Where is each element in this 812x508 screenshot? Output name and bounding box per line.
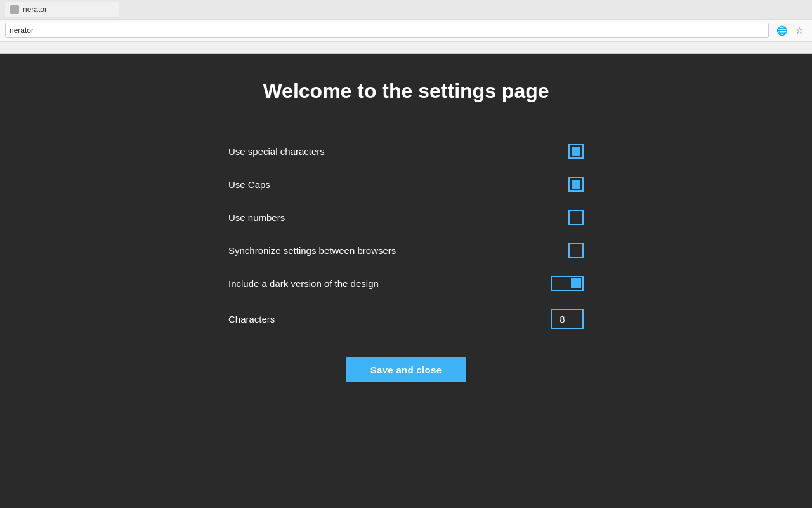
- numbers-checkbox[interactable]: [568, 210, 584, 225]
- characters-label: Characters: [228, 314, 275, 324]
- caps-checkbox[interactable]: [568, 177, 584, 192]
- translate-icon: 🌐: [776, 25, 787, 36]
- browser-address-bar: 🌐 ☆: [0, 19, 812, 42]
- browser-title-bar: nerator: [0, 0, 812, 19]
- numbers-label: Use numbers: [228, 212, 285, 223]
- toggle-thumb-dark-version: [571, 278, 581, 288]
- setting-row-caps: Use Caps: [228, 168, 584, 201]
- address-input[interactable]: [5, 23, 769, 38]
- characters-input[interactable]: [551, 309, 584, 329]
- star-icon: ☆: [796, 25, 804, 36]
- special-characters-checkbox[interactable]: [568, 144, 584, 159]
- bookmark-button[interactable]: ☆: [792, 23, 807, 38]
- dark-version-toggle[interactable]: [551, 276, 584, 291]
- browser-chrome: nerator 🌐 ☆: [0, 0, 812, 54]
- browser-action-icons: 🌐 ☆: [774, 23, 807, 38]
- tab-title: nerator: [23, 5, 47, 14]
- page-title: Welcome to the settings page: [263, 79, 549, 103]
- save-close-button[interactable]: Save and close: [346, 357, 466, 382]
- setting-row-dark-version: Include a dark version of the design: [228, 267, 584, 300]
- checkbox-inner-caps: [572, 180, 580, 189]
- setting-row-synchronize: Synchronize settings between browsers: [228, 234, 584, 267]
- settings-container: Use special characters Use Caps Use numb…: [228, 135, 584, 382]
- special-characters-label: Use special characters: [228, 146, 325, 157]
- setting-row-characters: Characters: [228, 300, 584, 338]
- checkbox-inner-special-characters: [572, 147, 580, 156]
- setting-row-special-characters: Use special characters: [228, 135, 584, 168]
- tab-icon: [10, 5, 19, 14]
- dark-version-label: Include a dark version of the design: [228, 278, 379, 289]
- translate-button[interactable]: 🌐: [774, 23, 789, 38]
- caps-label: Use Caps: [228, 179, 270, 190]
- setting-row-numbers: Use numbers: [228, 201, 584, 234]
- synchronize-label: Synchronize settings between browsers: [228, 245, 396, 256]
- synchronize-checkbox[interactable]: [568, 243, 584, 258]
- page-content: Welcome to the settings page Use special…: [0, 54, 812, 508]
- browser-tab[interactable]: nerator: [5, 2, 119, 17]
